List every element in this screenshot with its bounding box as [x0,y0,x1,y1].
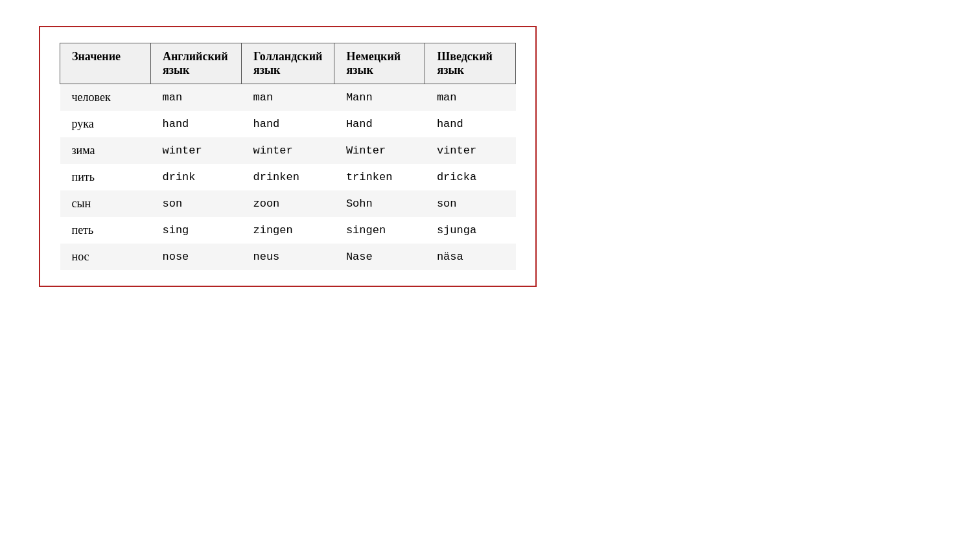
cell-swedish-4: son [425,190,516,217]
table-row: рукаhandhandHandhand [60,111,516,137]
cell-german-5: singen [334,217,425,244]
cell-german-0: Mann [334,84,425,111]
table-row: носnoseneusNasenäsa [60,244,516,270]
cell-swedish-0: man [425,84,516,111]
cell-swedish-3: dricka [425,164,516,190]
cell-dutch-1: hand [242,111,334,137]
header-english: Английскийязык [151,43,242,84]
cell-german-1: Hand [334,111,425,137]
cell-meaning-6: нос [60,244,151,270]
cell-dutch-6: neus [242,244,334,270]
table-row: человекmanmanMannman [60,84,516,111]
header-meaning: Значение [60,43,151,84]
table-row: петьsingzingensingensjunga [60,217,516,244]
cell-swedish-1: hand [425,111,516,137]
header-swedish: Шведскийязык [425,43,516,84]
cell-german-2: Winter [334,137,425,164]
table-header-row: Значение Английскийязык Голландскийязык … [60,43,516,84]
cell-meaning-0: человек [60,84,151,111]
cell-english-6: nose [151,244,242,270]
cell-dutch-2: winter [242,137,334,164]
cell-english-1: hand [151,111,242,137]
cell-english-0: man [151,84,242,111]
cell-dutch-0: man [242,84,334,111]
cell-meaning-5: петь [60,217,151,244]
cell-german-3: trinken [334,164,425,190]
cell-swedish-6: näsa [425,244,516,270]
table-row: питьdrinkdrinkentrinkendricka [60,164,516,190]
main-table-container: Значение Английскийязык Голландскийязык … [39,26,537,287]
cell-meaning-2: зима [60,137,151,164]
cell-meaning-1: рука [60,111,151,137]
cell-swedish-2: vinter [425,137,516,164]
cell-english-5: sing [151,217,242,244]
language-table: Значение Английскийязык Голландскийязык … [60,43,516,270]
cell-english-4: son [151,190,242,217]
cell-meaning-3: пить [60,164,151,190]
cell-swedish-5: sjunga [425,217,516,244]
cell-german-6: Nase [334,244,425,270]
cell-dutch-5: zingen [242,217,334,244]
cell-english-2: winter [151,137,242,164]
table-row: сынsonzoonSohnson [60,190,516,217]
cell-german-4: Sohn [334,190,425,217]
header-dutch: Голландскийязык [242,43,334,84]
cell-dutch-4: zoon [242,190,334,217]
cell-english-3: drink [151,164,242,190]
table-row: зимаwinterwinterWintervinter [60,137,516,164]
cell-meaning-4: сын [60,190,151,217]
cell-dutch-3: drinken [242,164,334,190]
header-german: Немецкийязык [334,43,425,84]
